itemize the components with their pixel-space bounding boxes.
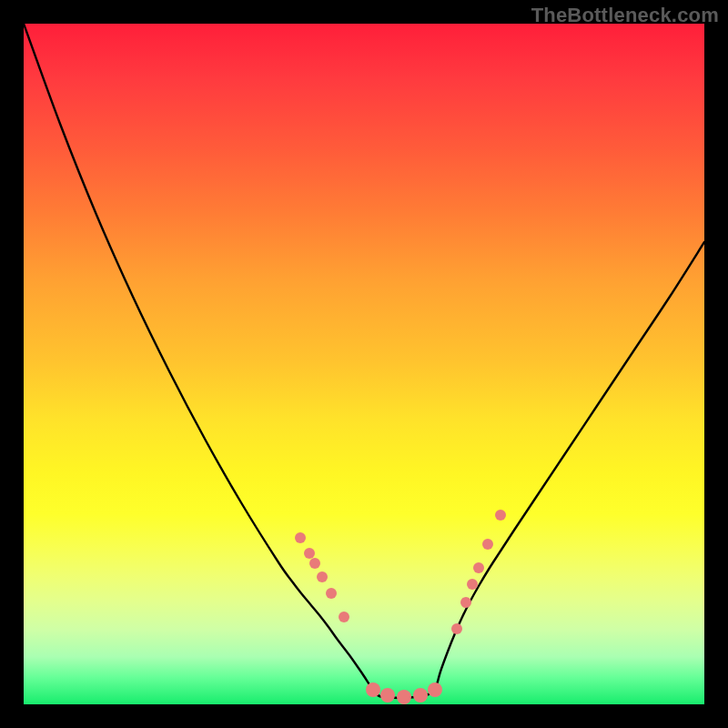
highlight-marker: [467, 579, 478, 590]
highlight-marker: [413, 688, 428, 703]
chart-frame: TheBottleneck.com: [0, 0, 728, 728]
curve-layer: [24, 24, 704, 704]
highlight-marker: [473, 562, 484, 573]
highlight-marker: [380, 688, 395, 703]
markers-group: [295, 510, 506, 704]
highlight-marker: [366, 682, 380, 697]
curves-group: [24, 24, 704, 698]
highlight-marker: [451, 623, 462, 634]
highlight-marker: [397, 690, 411, 704]
highlight-marker: [309, 558, 320, 569]
highlight-marker: [482, 539, 493, 550]
highlight-marker: [339, 612, 349, 622]
highlight-marker: [495, 510, 506, 521]
highlight-marker: [460, 597, 471, 608]
highlight-marker: [326, 588, 337, 599]
highlight-marker: [295, 532, 306, 543]
highlight-marker: [304, 548, 315, 559]
plot-area: [24, 24, 704, 704]
highlight-marker: [317, 571, 328, 582]
highlight-marker: [428, 682, 442, 697]
watermark-label: TheBottleneck.com: [531, 4, 719, 27]
bottleneck-curve: [24, 24, 704, 698]
